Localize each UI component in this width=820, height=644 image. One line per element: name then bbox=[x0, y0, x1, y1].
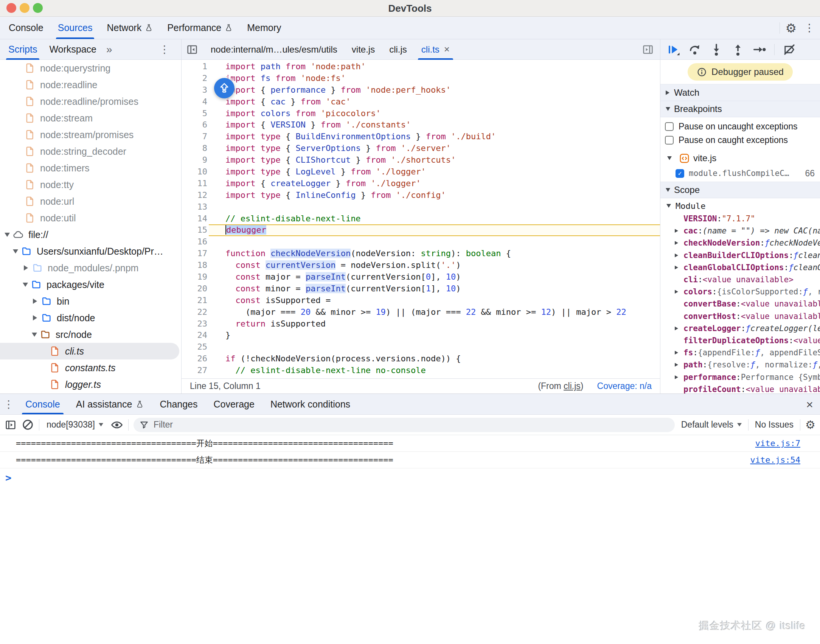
line-number[interactable]: 24 bbox=[182, 330, 209, 341]
checkbox-unchecked[interactable] bbox=[665, 122, 674, 131]
tree-item-node-readline[interactable]: node:readline bbox=[0, 76, 181, 93]
tab-scripts[interactable]: Scripts bbox=[2, 39, 43, 60]
chevron-right-icon[interactable] bbox=[675, 351, 678, 355]
main-tab-network[interactable]: Network bbox=[99, 17, 160, 39]
line-content[interactable]: import { VERSION } from './constants' bbox=[209, 119, 660, 131]
chevron-right-icon[interactable] bbox=[675, 375, 678, 379]
line-number[interactable]: 15 bbox=[182, 224, 209, 236]
checkbox-checked[interactable]: ✓ bbox=[676, 169, 684, 178]
tree-item-packages-vite[interactable]: packages/vite bbox=[0, 276, 181, 293]
tree-item-node-url[interactable]: node:url bbox=[0, 193, 181, 210]
tree-item-node-timers[interactable]: node:timers bbox=[0, 160, 181, 176]
line-content[interactable]: import type { InlineConfig } from './con… bbox=[209, 190, 660, 201]
chevron-right-icon[interactable] bbox=[675, 363, 678, 367]
section-watch[interactable]: Watch bbox=[660, 84, 820, 101]
console-filter[interactable] bbox=[134, 418, 675, 432]
line-content[interactable]: } bbox=[209, 330, 660, 341]
scope-var-cleanbuilderclioptions[interactable]: cleanBuilderCLIOptions: ƒ cleanBuilderCL… bbox=[660, 249, 820, 261]
scope-var-filterduplicateoptions[interactable]: filterDuplicateOptions: <value unavailab… bbox=[660, 334, 820, 347]
scope-var-path[interactable]: path: {resolve: ƒ, normalize: ƒ, …} bbox=[660, 359, 820, 371]
line-number[interactable]: 18 bbox=[182, 260, 209, 271]
line-content[interactable]: // eslint-disable-next-line bbox=[209, 213, 660, 225]
checkbox-unchecked[interactable] bbox=[665, 136, 674, 145]
drawer-tab-changes[interactable]: Changes bbox=[152, 394, 205, 414]
line-content[interactable]: const minor = parseInt(currentVersion[1]… bbox=[209, 283, 660, 295]
main-tab-console[interactable]: Console bbox=[2, 17, 51, 39]
line-number[interactable]: 11 bbox=[182, 178, 209, 190]
show-console-sidebar-icon[interactable] bbox=[5, 419, 17, 431]
line-content[interactable]: const isSupported = bbox=[209, 295, 660, 306]
chevron-down-icon[interactable] bbox=[5, 233, 10, 237]
line-number[interactable]: 1 bbox=[182, 61, 209, 73]
code-area[interactable]: 1import path from 'node:path'2import fs … bbox=[182, 60, 660, 378]
chevron-right-icon[interactable] bbox=[33, 315, 37, 320]
filter-input[interactable] bbox=[154, 420, 669, 430]
scope-var-fs[interactable]: fs: {appendFile: ƒ, appendFileSync: ƒ, …… bbox=[660, 347, 820, 359]
close-drawer-icon[interactable]: × bbox=[806, 394, 813, 415]
line-number[interactable]: 26 bbox=[182, 353, 209, 365]
console-settings-gear-icon[interactable]: ⚙ bbox=[805, 419, 815, 431]
chevron-right-icon[interactable] bbox=[675, 266, 678, 269]
log-levels-selector[interactable]: Default levels bbox=[680, 420, 743, 430]
scope-var-convertbase[interactable]: convertBase: <value unavailable> bbox=[660, 298, 820, 310]
main-tab-sources[interactable]: Sources bbox=[51, 17, 100, 39]
line-content[interactable] bbox=[209, 201, 660, 213]
main-tab-performance[interactable]: Performance bbox=[160, 17, 240, 39]
more-options-icon[interactable]: ⋮ bbox=[802, 23, 817, 33]
line-number[interactable]: 27 bbox=[182, 365, 209, 376]
line-content[interactable] bbox=[209, 236, 660, 248]
line-content[interactable]: const currentVersion = nodeVersion.split… bbox=[209, 260, 660, 271]
line-number[interactable]: 12 bbox=[182, 190, 209, 201]
scope-var-version[interactable]: VERSION: "7.1.7" bbox=[660, 213, 820, 225]
line-number[interactable]: 22 bbox=[182, 306, 209, 318]
tab-workspace[interactable]: Workspace bbox=[43, 39, 102, 60]
line-number[interactable]: 3 bbox=[182, 84, 209, 96]
line-content[interactable]: import fs from 'node:fs' bbox=[209, 73, 660, 84]
tree-item-src-node[interactable]: src/node bbox=[0, 326, 181, 343]
settings-gear-icon[interactable]: ⚙ bbox=[785, 22, 797, 34]
line-content[interactable]: import { performance } from 'node:perf_h… bbox=[209, 84, 660, 96]
deactivate-breakpoints-button[interactable] bbox=[783, 43, 796, 56]
tree-item-cli-ts[interactable]: cli.ts bbox=[0, 343, 179, 359]
execution-context-selector[interactable]: node[93038] bbox=[44, 420, 106, 430]
tree-item-node-util[interactable]: node:util bbox=[0, 210, 181, 226]
chevron-right-icon[interactable] bbox=[24, 265, 28, 271]
line-content[interactable]: return isSupported bbox=[209, 318, 660, 330]
line-number[interactable]: 5 bbox=[182, 108, 209, 120]
drawer-tab-console[interactable]: Console bbox=[17, 394, 68, 414]
scope-var-cac[interactable]: cac: (name = "") => new CAC(name) bbox=[660, 225, 820, 237]
chevron-right-icon[interactable] bbox=[675, 229, 678, 233]
line-content[interactable]: (major === 20 && minor >= 19) || (major … bbox=[209, 306, 660, 318]
tree-item-node-modules-pnpm[interactable]: node_modules/.pnpm bbox=[0, 260, 181, 276]
section-breakpoints[interactable]: Breakpoints bbox=[660, 101, 820, 117]
more-tabs-chevron-icon[interactable]: » bbox=[102, 44, 116, 56]
drawer-tab-ai-assistance[interactable]: AI assistance bbox=[68, 394, 152, 414]
scope-var-cli[interactable]: cli: <value unavailable> bbox=[660, 274, 820, 286]
line-number[interactable]: 25 bbox=[182, 341, 209, 353]
line-number[interactable]: 16 bbox=[182, 236, 209, 248]
hide-navigator-icon[interactable] bbox=[186, 44, 198, 56]
tree-item-file[interactable]: file:// bbox=[0, 226, 181, 243]
line-content[interactable]: if (!checkNodeVersion(process.versions.n… bbox=[209, 353, 660, 365]
line-number[interactable]: 4 bbox=[182, 96, 209, 108]
chevron-right-icon[interactable] bbox=[675, 254, 678, 257]
editor-tab-cli-js[interactable]: cli.js bbox=[382, 39, 414, 60]
chevron-down-icon[interactable] bbox=[23, 283, 28, 287]
coverage-link[interactable]: Coverage: n/a bbox=[597, 381, 652, 391]
line-content[interactable]: import { cac } from 'cac' bbox=[209, 96, 660, 108]
editor-tab-vite-js[interactable]: vite.js bbox=[345, 39, 382, 60]
line-content[interactable]: import path from 'node:path' bbox=[209, 61, 660, 73]
line-number[interactable]: 7 bbox=[182, 131, 209, 143]
pause-uncaught-exceptions-row[interactable]: Pause on uncaught exceptions bbox=[660, 120, 820, 133]
scope-var-createlogger[interactable]: createLogger: ƒ createLogger(level, opti… bbox=[660, 322, 820, 334]
scope-var-checknodeversion[interactable]: checkNodeVersion: ƒ checkNodeVersion(nod… bbox=[660, 237, 820, 249]
drawer-tab-coverage[interactable]: Coverage bbox=[206, 394, 262, 414]
breakpoint-entry[interactable]: ✓ module.flushCompileC… 66 bbox=[660, 166, 820, 181]
chevron-down-icon[interactable] bbox=[32, 333, 37, 337]
line-number[interactable]: 21 bbox=[182, 295, 209, 306]
tree-item-node-readline-promises[interactable]: node:readline/promises bbox=[0, 93, 181, 110]
step-over-button[interactable] bbox=[688, 43, 702, 56]
tree-item-constants-ts[interactable]: constants.ts bbox=[0, 359, 181, 376]
line-content[interactable]: import type { BuildEnvironmentOptions } … bbox=[209, 131, 660, 143]
navigator-menu-icon[interactable]: ⋮ bbox=[159, 43, 170, 56]
